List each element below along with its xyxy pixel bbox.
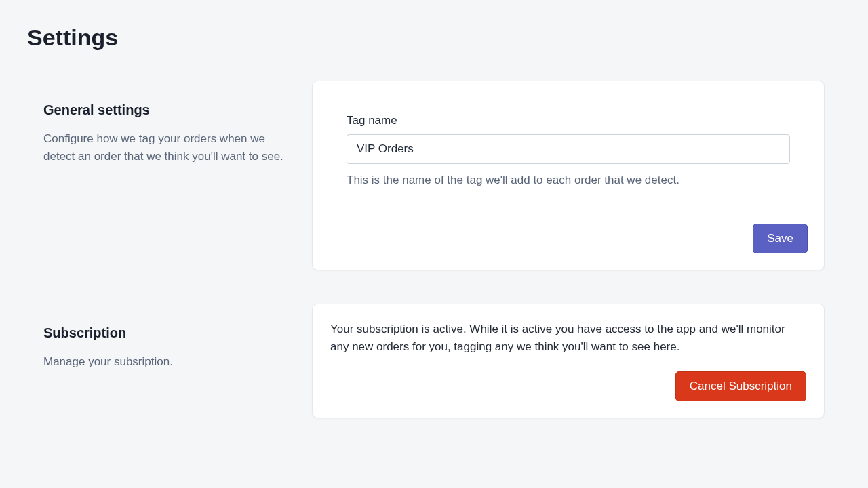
page-title: Settings xyxy=(27,24,841,51)
tag-name-input[interactable] xyxy=(347,134,790,164)
cancel-subscription-button[interactable]: Cancel Subscription xyxy=(675,371,806,401)
general-settings-card: Tag name This is the name of the tag we'… xyxy=(312,81,825,270)
subscription-section: Subscription Manage your subsription. Yo… xyxy=(43,304,825,418)
general-settings-meta: General settings Configure how we tag yo… xyxy=(43,81,312,165)
save-button[interactable]: Save xyxy=(753,224,808,253)
subscription-description: Manage your subsription. xyxy=(43,353,285,371)
subscription-status-text: Your subscription is active. While it is… xyxy=(330,321,806,355)
subscription-meta: Subscription Manage your subsription. xyxy=(43,304,312,371)
tag-name-help: This is the name of the tag we'll add to… xyxy=(347,174,790,187)
subscription-heading: Subscription xyxy=(43,325,285,341)
section-divider xyxy=(43,287,825,287)
subscription-card: Your subscription is active. While it is… xyxy=(312,304,825,418)
general-settings-section: General settings Configure how we tag yo… xyxy=(43,81,825,270)
general-settings-heading: General settings xyxy=(43,102,285,118)
tag-name-label: Tag name xyxy=(347,114,790,127)
general-settings-description: Configure how we tag your orders when we… xyxy=(43,130,285,165)
